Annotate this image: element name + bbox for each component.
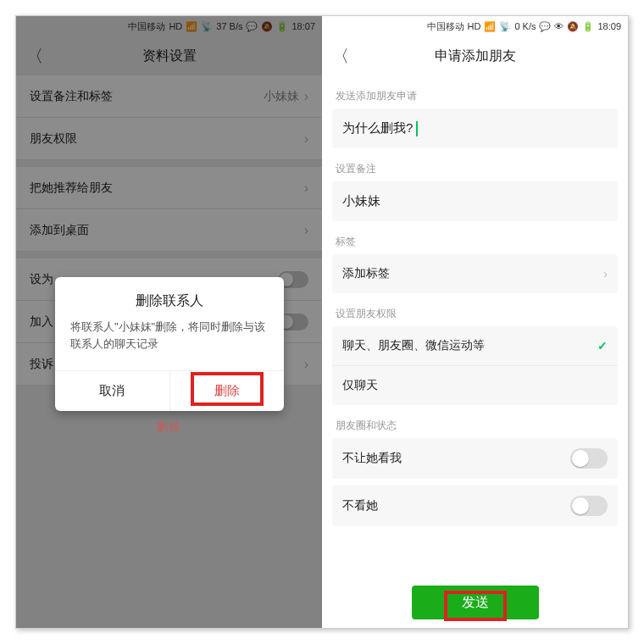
dialog-title: 删除联系人 bbox=[55, 277, 284, 319]
send-button[interactable]: 发送 bbox=[412, 586, 539, 619]
option-label: 仅聊天 bbox=[342, 378, 378, 393]
chevron-right-icon: › bbox=[603, 267, 608, 280]
hide-her-row[interactable]: 不看她 bbox=[332, 486, 618, 526]
row-label: 不看她 bbox=[342, 498, 378, 514]
page-title: 申请添加朋友 bbox=[435, 47, 516, 65]
speed-text: 0 K/s bbox=[514, 21, 536, 31]
eye-icon: 👁 bbox=[554, 21, 564, 31]
input-value: 为什么删我? bbox=[342, 120, 413, 136]
section-label-remark: 设置备注 bbox=[322, 148, 628, 181]
delete-button[interactable]: 删除 bbox=[170, 371, 285, 411]
permission-option-full[interactable]: 聊天、朋友圈、微信运动等 ✓ bbox=[332, 326, 618, 366]
toggle-switch[interactable] bbox=[570, 496, 608, 516]
toggle-switch[interactable] bbox=[570, 448, 608, 469]
status-bar: 中国移动 HD 📶 📡 0 K/s 💬 👁 🔕 🔋 18:09 bbox=[322, 16, 628, 36]
wechat-icon: 💬 bbox=[539, 21, 551, 32]
clock-text: 18:09 bbox=[597, 21, 621, 31]
checkmark-icon: ✓ bbox=[597, 339, 608, 353]
section-label-request: 发送添加朋友申请 bbox=[322, 75, 628, 108]
row-label: 不让她看我 bbox=[342, 451, 402, 466]
dialog-body: 将联系人"小妹妹"删除，将同时删除与该联系人的聊天记录 bbox=[55, 319, 284, 370]
left-screenshot: 中国移动 HD 📶 📡 37 B/s 💬 🔕 🔋 18:07 〈 资料设置 设置… bbox=[16, 16, 322, 628]
net-badge: HD bbox=[468, 21, 481, 31]
battery-icon: 🔋 bbox=[582, 21, 594, 32]
send-label: 发送 bbox=[462, 594, 489, 612]
text-cursor bbox=[416, 121, 418, 136]
mute-icon: 🔕 bbox=[567, 21, 579, 32]
friend-request-input[interactable]: 为什么删我? bbox=[332, 108, 618, 148]
right-screenshot: 中国移动 HD 📶 📡 0 K/s 💬 👁 🔕 🔋 18:09 〈 申请添加朋友… bbox=[322, 16, 628, 628]
back-icon[interactable]: 〈 bbox=[332, 45, 349, 68]
section-label-moments: 朋友圈和状态 bbox=[322, 405, 628, 438]
wifi-icon: 📡 bbox=[499, 21, 511, 32]
input-value: 小妹妹 bbox=[342, 193, 380, 209]
add-tag-row[interactable]: 添加标签 › bbox=[332, 254, 618, 293]
behind-delete-text: 删除 bbox=[157, 419, 182, 435]
delete-contact-dialog: 删除联系人 将联系人"小妹妹"删除，将同时删除与该联系人的聊天记录 取消 删除 … bbox=[55, 277, 284, 411]
permission-options: 聊天、朋友圈、微信运动等 ✓ 仅聊天 bbox=[332, 326, 618, 405]
navbar: 〈 申请添加朋友 bbox=[322, 36, 628, 75]
section-label-tag: 标签 bbox=[322, 221, 628, 254]
remark-input[interactable]: 小妹妹 bbox=[332, 181, 618, 221]
row-label: 添加标签 bbox=[342, 266, 390, 281]
permission-option-chat-only[interactable]: 仅聊天 bbox=[332, 366, 618, 405]
cancel-button[interactable]: 取消 bbox=[55, 371, 170, 411]
signal-icon: 📶 bbox=[484, 21, 496, 32]
hide-from-her-row[interactable]: 不让她看我 bbox=[332, 438, 618, 479]
option-label: 聊天、朋友圈、微信运动等 bbox=[342, 338, 485, 353]
section-label-permission: 设置朋友权限 bbox=[322, 293, 628, 326]
carrier-text: 中国移动 bbox=[427, 20, 464, 33]
